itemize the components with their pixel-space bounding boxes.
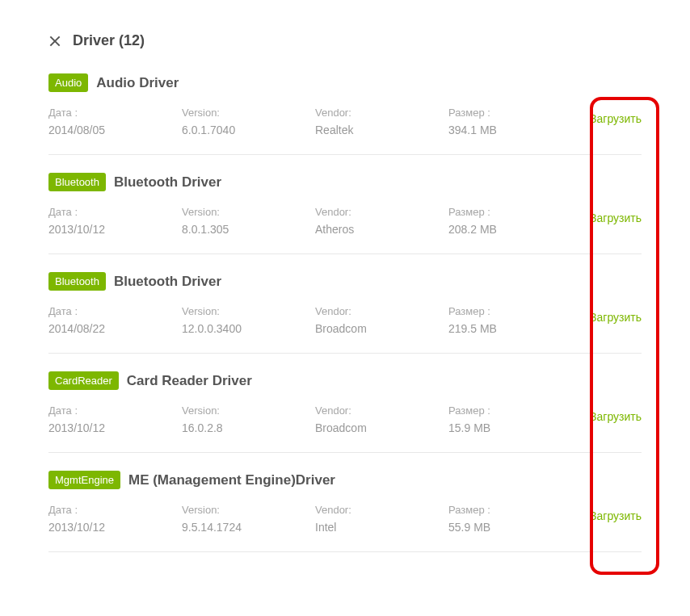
vendor-value: Atheros (315, 223, 448, 236)
driver-name: Bluetooth Driver (114, 174, 221, 191)
size-label: Размер : (448, 305, 545, 317)
date-label: Дата : (48, 305, 182, 317)
version-value: 12.0.0.3400 (182, 322, 315, 335)
size-value: 208.2 MB (448, 223, 545, 236)
date-label: Дата : (48, 107, 182, 119)
driver-name: Bluetooth Driver (114, 274, 221, 290)
date-value: 2014/08/22 (48, 322, 182, 335)
category-badge: Bluetooth (48, 173, 106, 191)
driver-item: CardReader Card Reader Driver Дата : 201… (48, 371, 642, 453)
driver-title-row: Bluetooth Bluetooth Driver (48, 272, 642, 291)
version-label: Version: (182, 206, 315, 218)
driver-title-row: CardReader Card Reader Driver (48, 371, 642, 390)
vendor-label: Vendor: (315, 404, 448, 417)
version-label: Version: (182, 107, 315, 119)
driver-item: Bluetooth Bluetooth Driver Дата : 2014/0… (48, 272, 642, 354)
size-value: 394.1 MB (448, 124, 545, 136)
vendor-value: Realtek (315, 124, 448, 136)
version-value: 6.0.1.7040 (182, 124, 315, 136)
date-value: 2014/08/05 (48, 124, 182, 136)
driver-meta: Дата : 2013/10/12 Version: 16.0.2.8 Vend… (48, 404, 642, 434)
driver-item: Audio Audio Driver Дата : 2014/08/05 Ver… (48, 73, 642, 155)
vendor-label: Vendor: (315, 504, 448, 516)
download-link[interactable]: Загрузить (590, 509, 642, 522)
category-badge: CardReader (48, 371, 119, 390)
size-value: 55.9 MB (448, 521, 545, 534)
category-badge: MgmtEngine (48, 471, 120, 489)
driver-list: Audio Audio Driver Дата : 2014/08/05 Ver… (48, 73, 642, 552)
version-label: Version: (182, 305, 315, 317)
version-label: Version: (182, 504, 315, 516)
vendor-value: Intel (315, 521, 448, 534)
size-label: Размер : (448, 206, 545, 218)
size-label: Размер : (448, 107, 545, 119)
size-value: 15.9 MB (448, 421, 545, 434)
driver-item: MgmtEngine ME (Management Engine)Driver … (48, 471, 642, 552)
driver-meta: Дата : 2013/10/12 Version: 9.5.14.1724 V… (48, 504, 642, 534)
driver-meta: Дата : 2014/08/22 Version: 12.0.0.3400 V… (48, 305, 642, 335)
vendor-value: Broadcom (315, 322, 448, 335)
date-label: Дата : (48, 206, 182, 218)
driver-name: ME (Management Engine)Driver (128, 472, 335, 488)
driver-title-row: Audio Audio Driver (48, 73, 642, 92)
vendor-label: Vendor: (315, 107, 448, 119)
size-label: Размер : (448, 404, 545, 417)
size-label: Размер : (448, 504, 545, 516)
version-value: 9.5.14.1724 (182, 521, 315, 534)
driver-title-row: MgmtEngine ME (Management Engine)Driver (48, 471, 642, 489)
date-label: Дата : (48, 504, 182, 516)
date-label: Дата : (48, 404, 182, 417)
size-value: 219.5 MB (448, 322, 545, 335)
vendor-label: Vendor: (315, 206, 448, 218)
version-value: 8.0.1.305 (182, 223, 315, 236)
vendor-value: Broadcom (315, 421, 448, 434)
driver-meta: Дата : 2014/08/05 Version: 6.0.1.7040 Ve… (48, 107, 642, 136)
header: Driver (12) (48, 32, 642, 49)
date-value: 2013/10/12 (48, 521, 182, 534)
driver-title-row: Bluetooth Bluetooth Driver (48, 173, 642, 191)
page-title: Driver (12) (73, 32, 145, 49)
date-value: 2013/10/12 (48, 223, 182, 236)
download-link[interactable]: Загрузить (590, 212, 642, 224)
vendor-label: Vendor: (315, 305, 448, 317)
version-label: Version: (182, 404, 315, 417)
driver-meta: Дата : 2013/10/12 Version: 8.0.1.305 Ven… (48, 206, 642, 236)
download-link[interactable]: Загрузить (590, 112, 642, 125)
date-value: 2013/10/12 (48, 421, 182, 434)
version-value: 16.0.2.8 (182, 421, 315, 434)
driver-name: Audio Driver (96, 75, 179, 91)
category-badge: Audio (48, 73, 88, 92)
close-icon[interactable] (48, 35, 61, 48)
category-badge: Bluetooth (48, 272, 106, 291)
driver-item: Bluetooth Bluetooth Driver Дата : 2013/1… (48, 173, 642, 254)
download-link[interactable]: Загрузить (590, 311, 642, 324)
driver-name: Card Reader Driver (127, 373, 252, 389)
download-link[interactable]: Загрузить (590, 410, 642, 423)
